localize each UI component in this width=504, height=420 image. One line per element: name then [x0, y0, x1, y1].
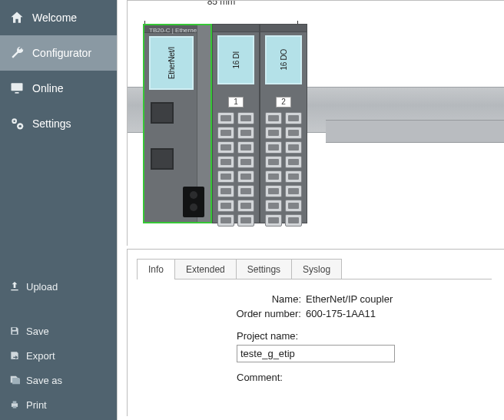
action-label: Save as — [26, 375, 62, 386]
tab-label: Extended — [186, 264, 225, 275]
device-canvas[interactable]: 85 mm TB20-C | Ethernet/IP EtherNet/I — [127, 0, 504, 246]
nav-label: Configurator — [32, 47, 91, 59]
action-save-as[interactable]: Save as — [0, 368, 117, 392]
tab-label: Info — [148, 264, 164, 275]
nav-actions: Upload Save Export Save as Print — [0, 270, 117, 420]
action-label: Upload — [26, 281, 58, 293]
power-connector-icon — [183, 187, 204, 217]
action-label: Export — [26, 350, 55, 362]
module-slot-2[interactable]: 16 DO 2 — [260, 24, 307, 223]
info-order-label: Order number: — [137, 308, 306, 319]
nav-item-welcome[interactable]: Welcome — [0, 0, 117, 35]
ethernet-port-icon — [151, 102, 174, 124]
nav-label: Settings — [32, 117, 71, 130]
nav-primary: Welcome Configurator Online Settings — [0, 0, 117, 141]
upload-icon — [8, 280, 22, 293]
export-icon — [8, 350, 22, 361]
module-slot-1[interactable]: 16 DI 1 — [212, 24, 260, 223]
svg-rect-8 — [12, 332, 17, 335]
svg-rect-6 — [11, 289, 18, 290]
sidebar: Welcome Configurator Online Settings — [0, 0, 117, 420]
action-label: Print — [26, 399, 47, 411]
gears-icon — [8, 116, 26, 131]
tab-settings[interactable]: Settings — [236, 259, 292, 279]
tab-extended[interactable]: Extended — [174, 259, 237, 279]
svg-rect-11 — [13, 406, 17, 408]
print-icon — [8, 399, 22, 410]
tab-label: Settings — [247, 264, 280, 275]
svg-rect-7 — [12, 328, 16, 330]
tab-syslog[interactable]: Syslog — [291, 259, 342, 279]
module-type-label: 16 DO — [280, 49, 288, 70]
wrench-icon — [8, 45, 26, 61]
module-type-label: 16 DI — [232, 51, 240, 68]
project-name-input[interactable] — [237, 345, 395, 362]
nav-label: Welcome — [32, 12, 77, 24]
project-name-label: Project name: — [237, 330, 492, 342]
comment-label: Comment: — [237, 372, 492, 383]
save-icon — [8, 326, 22, 336]
dimension-label: 85 mm — [204, 0, 239, 7]
tab-content-info: Name: EtherNet/IP coupler Order number: … — [137, 279, 492, 383]
terminal-block — [217, 112, 254, 218]
svg-point-3 — [13, 120, 15, 122]
din-rail — [326, 120, 504, 143]
nav-label: Online — [32, 82, 63, 94]
action-print[interactable]: Print — [0, 392, 117, 417]
main-panel: 85 mm TB20-C | Ethernet/IP EtherNet/I — [117, 0, 504, 420]
terminal-block — [265, 112, 302, 218]
module-rack: TB20-C | Ethernet/IP EtherNet/I 16 DI 1 — [143, 24, 307, 223]
action-upload[interactable]: Upload — [0, 270, 117, 303]
tab-info[interactable]: Info — [137, 259, 175, 279]
action-export[interactable]: Export — [0, 343, 117, 368]
svg-rect-1 — [15, 92, 19, 94]
info-name-value: EtherNet/IP coupler — [306, 293, 393, 305]
svg-rect-0 — [12, 83, 23, 91]
action-save[interactable]: Save — [0, 319, 117, 343]
module-coupler[interactable]: TB20-C | Ethernet/IP EtherNet/I — [143, 24, 212, 223]
tab-bar: Info Extended Settings Syslog — [137, 259, 492, 279]
ethernet-port-icon — [151, 148, 174, 170]
info-order-value: 600-175-1AA11 — [306, 308, 376, 319]
svg-point-5 — [19, 125, 22, 127]
detail-panel: Info Extended Settings Syslog Name: Ethe… — [127, 249, 504, 416]
tab-label: Syslog — [303, 264, 330, 275]
nav-item-online[interactable]: Online — [0, 71, 117, 106]
info-name-label: Name: — [137, 293, 306, 305]
home-icon — [8, 10, 26, 25]
action-label: Save — [26, 326, 49, 337]
save-as-icon — [8, 375, 22, 385]
nav-item-settings[interactable]: Settings — [0, 106, 117, 141]
slot-number: 2 — [276, 97, 291, 107]
module-type-label: EtherNet/I — [167, 47, 176, 79]
monitor-icon — [8, 81, 26, 96]
svg-rect-10 — [13, 401, 17, 403]
slot-number: 1 — [228, 97, 244, 107]
nav-item-configurator[interactable]: Configurator — [0, 35, 117, 71]
